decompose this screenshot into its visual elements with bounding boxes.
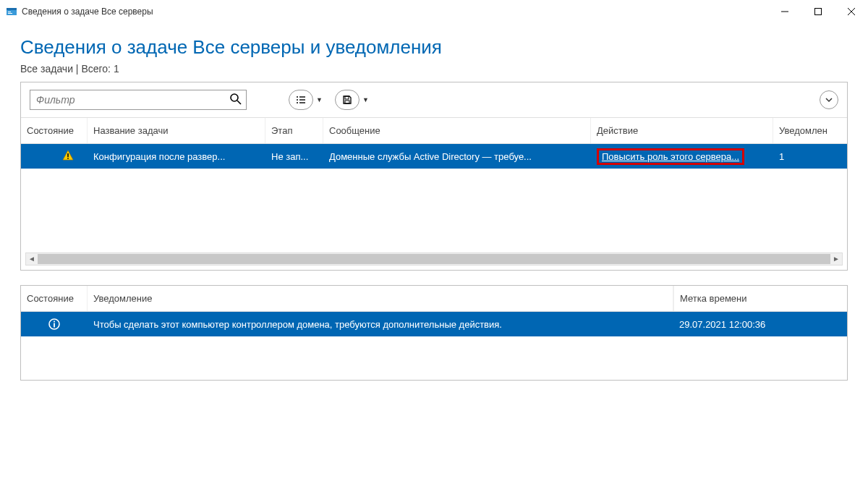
window-controls (768, 0, 868, 23)
notifications-panel: Состояние Уведомление Метка времени Чтоб… (20, 285, 848, 381)
svg-point-12 (297, 99, 298, 101)
svg-point-8 (231, 94, 238, 101)
svg-point-10 (297, 96, 298, 98)
state-cell-2 (21, 318, 88, 331)
col-task-name[interactable]: Название задачи (88, 118, 265, 143)
svg-rect-15 (299, 102, 305, 103)
col-action[interactable]: Действие (591, 118, 773, 143)
svg-rect-19 (67, 158, 69, 159)
col-notifications[interactable]: Уведомлен (773, 118, 838, 143)
filter-box (30, 90, 247, 110)
svg-rect-22 (54, 321, 55, 323)
app-icon (6, 6, 17, 17)
col-stage[interactable]: Этап (265, 118, 323, 143)
scroll-right-icon[interactable]: ► (831, 254, 841, 264)
col-message[interactable]: Сообщение (323, 118, 591, 143)
list-view-button[interactable] (289, 90, 313, 110)
page-title: Сведения о задаче Все серверы и уведомле… (20, 36, 848, 59)
svg-rect-21 (54, 323, 55, 328)
notification-row[interactable]: Чтобы сделать этот компьютер контроллеро… (21, 312, 847, 336)
info-icon (27, 318, 82, 331)
svg-rect-13 (299, 99, 305, 100)
svg-rect-2 (8, 12, 11, 12)
tasks-panel: ▼ ▼ Состояние Название задачи Этап Сообщ… (20, 82, 848, 271)
col-state[interactable]: Состояние (21, 118, 88, 143)
svg-line-9 (237, 101, 241, 104)
tasks-header-row: Состояние Название задачи Этап Сообщение… (21, 117, 847, 144)
task-row[interactable]: Конфигурация после развер... Не зап... Д… (21, 144, 847, 169)
col-notification[interactable]: Уведомление (88, 286, 673, 311)
timestamp-cell: 29.07.2021 12:00:36 (673, 319, 833, 330)
maximize-button[interactable] (801, 0, 835, 23)
close-button[interactable] (835, 0, 868, 23)
horizontal-scrollbar[interactable]: ◄ ► (25, 252, 843, 266)
notif-count-cell: 1 (773, 151, 838, 162)
svg-rect-3 (8, 13, 12, 14)
svg-point-14 (297, 102, 298, 103)
titlebar: Сведения о задаче Все серверы (0, 0, 868, 23)
promote-server-link[interactable]: Повысить роль этого сервера... (602, 151, 739, 162)
notifications-header-row: Состояние Уведомление Метка времени (21, 286, 847, 312)
expand-button[interactable] (820, 90, 838, 109)
state-cell (21, 149, 88, 164)
search-icon[interactable] (229, 93, 242, 109)
task-name-cell: Конфигурация после развер... (88, 151, 265, 162)
chevron-down-icon[interactable]: ▼ (316, 96, 323, 103)
page-subtitle: Все задачи | Всего: 1 (20, 63, 848, 75)
filter-input[interactable] (30, 90, 247, 110)
stage-cell: Не зап... (265, 151, 323, 162)
message-cell: Доменные службы Active Directory — требу… (323, 151, 591, 162)
chevron-down-icon[interactable]: ▼ (362, 96, 369, 103)
scroll-thumb[interactable] (38, 254, 830, 264)
col-state-2[interactable]: Состояние (21, 286, 88, 311)
save-view-button[interactable] (335, 90, 359, 110)
svg-rect-1 (7, 8, 17, 10)
window-title: Сведения о задаче Все серверы (22, 7, 153, 17)
warning-icon (61, 149, 75, 164)
col-timestamp[interactable]: Метка времени (673, 286, 833, 311)
scroll-left-icon[interactable]: ◄ (27, 254, 37, 264)
action-cell: Повысить роль этого сервера... (591, 148, 773, 165)
svg-rect-11 (299, 96, 305, 97)
toolbar: ▼ ▼ (21, 82, 847, 117)
notification-text: Чтобы сделать этот компьютер контроллеро… (88, 319, 673, 330)
svg-rect-18 (67, 153, 69, 157)
minimize-button[interactable] (768, 0, 801, 23)
svg-rect-5 (815, 9, 822, 15)
action-highlight: Повысить роль этого сервера... (597, 148, 744, 165)
